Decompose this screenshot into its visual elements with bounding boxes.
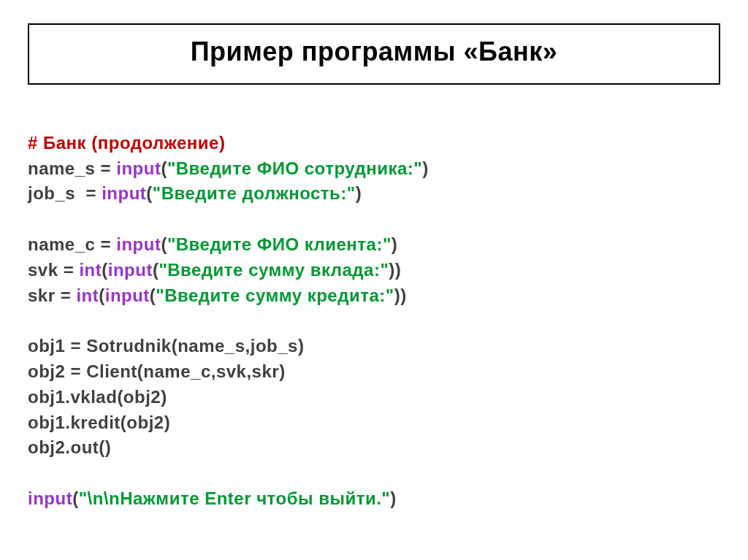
code-line: skr = xyxy=(28,285,76,305)
code-punct: ( xyxy=(99,285,105,305)
code-func: input xyxy=(102,183,146,203)
code-punct: ) xyxy=(392,234,398,254)
code-func: input xyxy=(116,234,161,254)
code-func: int xyxy=(76,285,99,305)
slide-title: Пример программы «Банк» xyxy=(44,37,704,67)
code-string: "Введите должность:" xyxy=(153,183,356,203)
code-func: int xyxy=(79,260,102,280)
code-string: "Введите сумму вклада:" xyxy=(159,260,389,280)
code-line: obj2 = Client(name_c,svk,skr) xyxy=(28,361,286,381)
code-line: name_s = xyxy=(28,158,116,178)
code-block: # Банк (продолжение) name_s = input("Вве… xyxy=(28,105,720,512)
code-func: input xyxy=(116,158,161,178)
title-box: Пример программы «Банк» xyxy=(28,23,720,85)
code-string: "Введите ФИО сотрудника:" xyxy=(167,158,422,178)
code-func: input xyxy=(108,260,153,280)
code-punct: )) xyxy=(389,260,401,280)
code-line: job_s = xyxy=(28,183,102,203)
code-punct: ( xyxy=(146,183,153,203)
code-string: "Введите сумму кредита:" xyxy=(156,285,394,305)
code-func: input xyxy=(105,285,150,305)
code-line: obj1.kredit(obj2) xyxy=(28,413,170,432)
slide: Пример программы «Банк» # Банк (продолже… xyxy=(0,0,748,560)
code-punct: ) xyxy=(356,183,362,203)
code-string: "\n\nНажмите Enter чтобы выйти." xyxy=(79,488,391,508)
code-string: "Введите ФИО клиента:" xyxy=(167,234,392,254)
code-line: obj1 = Sotrudnik(name_s,job_s) xyxy=(28,336,304,356)
code-comment: # Банк (продолжение) xyxy=(28,133,225,153)
code-func: input xyxy=(28,488,72,508)
code-line: obj1.vklad(obj2) xyxy=(28,387,167,407)
code-punct: ( xyxy=(161,158,167,178)
code-punct: )) xyxy=(394,285,407,305)
code-punct: ( xyxy=(72,488,79,508)
code-line: svk = xyxy=(28,260,79,280)
code-line: obj2.out() xyxy=(28,437,111,457)
code-line: name_c = xyxy=(28,234,116,254)
code-punct: ) xyxy=(422,158,429,178)
code-punct: ) xyxy=(390,488,397,508)
code-punct: ( xyxy=(102,260,108,280)
code-punct: ( xyxy=(161,234,167,254)
